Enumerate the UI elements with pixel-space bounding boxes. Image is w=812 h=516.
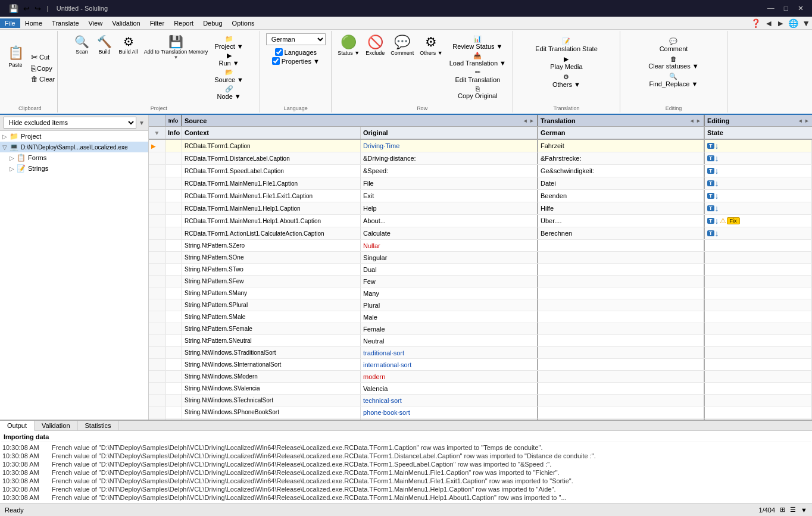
table-row[interactable]: RCData.TForm1.DistanceLabel.Caption &Dri… — [149, 152, 812, 165]
add-trans-memory-button[interactable]: 💾 Add to Translation Memory ▼ — [142, 33, 211, 81]
menu-options[interactable]: Options — [227, 18, 260, 28]
col-hdr-state[interactable]: State — [705, 127, 812, 139]
cell-info — [165, 383, 182, 394]
comment-button[interactable]: 💬 Comment — [388, 33, 416, 81]
others-row-button[interactable]: ⚙ Others ▼ — [417, 33, 445, 81]
copy-original-button[interactable]: ⎘ Copy Original — [448, 85, 508, 100]
table-row[interactable]: String.NtPattern.SZero Nullar — [149, 240, 812, 252]
tree-item-localized-exe[interactable]: ▽ 💻 D:\NT\Deploy\Sampl...ase\Localized.e… — [0, 142, 148, 152]
table-row[interactable]: RCData.TForm1.MainMenu1.File1.Caption Fi… — [149, 177, 812, 190]
col-hdr-context[interactable]: Context — [182, 127, 361, 139]
cell-german — [538, 383, 705, 394]
cut-button[interactable]: ✂ Cut — [30, 52, 56, 62]
table-row[interactable]: String.NtPattern.SMale Male — [149, 311, 812, 323]
table-row[interactable]: String.NtPattern.SFew Few — [149, 276, 812, 287]
tab-output[interactable]: Output — [0, 421, 35, 431]
table-row[interactable]: String.NtWindows.SValencia Valencia — [149, 383, 812, 395]
cell-state: T↓ — [705, 227, 812, 239]
others-trans-button[interactable]: ⚙ Others ▼ — [533, 73, 599, 89]
table-row[interactable]: String.NtWindows.STraditionalSort tradit… — [149, 347, 812, 359]
load-translation-button[interactable]: 📥 Load Translation ▼ — [448, 51, 508, 67]
table-row[interactable]: String.NtPattern.SNeutral Neutral — [149, 335, 812, 347]
edit-translation-button[interactable]: ✏ Edit Translation — [448, 68, 508, 84]
table-row[interactable]: RCData.TForm1.SpeedLabel.Caption &Speed:… — [149, 165, 812, 177]
table-row[interactable]: String.NtWindows.SInternationalSort inte… — [149, 359, 812, 371]
language-selector[interactable]: German French Spanish — [266, 33, 326, 45]
tab-statistics[interactable]: Statistics — [78, 421, 119, 430]
fwd-btn[interactable]: ► — [774, 18, 786, 29]
cell-original: phone·book·sort — [361, 406, 538, 418]
table-row[interactable]: RCData.TForm1.MainMenu1.File1.Exit1.Capt… — [149, 190, 812, 202]
find-replace-button[interactable]: 🔍 Find_Replace ▼ — [647, 72, 700, 88]
table-row[interactable]: String.NtPattern.SPlural Plural — [149, 299, 812, 311]
qa-redo-btn[interactable]: ↪ — [33, 4, 43, 14]
menu-report[interactable]: Report — [169, 18, 198, 28]
table-row[interactable]: ▶ RCData.TForm1.Caption Driving·Time Fah… — [149, 140, 812, 152]
editing-group-label: Editing — [620, 105, 727, 111]
copy-button[interactable]: ⎘ Copy — [30, 63, 56, 74]
build-button[interactable]: 🔨 Build — [94, 33, 115, 81]
tree-item-strings[interactable]: ▷ 📝 Strings — [0, 163, 148, 174]
scan-button[interactable]: 🔍 Scan — [71, 33, 93, 81]
node-button[interactable]: 🔗 Node ▼ — [213, 85, 245, 101]
ribbon-settings-btn[interactable]: ▼ — [800, 18, 812, 29]
status-button[interactable]: 🟢 Status ▼ — [335, 33, 362, 81]
edit-trans-state-button[interactable]: 📝 Edit Translation State — [533, 37, 599, 53]
table-row[interactable]: String.NtWindows.STechnicalSort technica… — [149, 395, 812, 406]
clear-button[interactable]: 🗑 Clear — [30, 74, 56, 84]
cell-german: &Fahrstrecke: — [538, 152, 705, 164]
menu-validation[interactable]: Validation — [107, 18, 145, 28]
tree-item-forms[interactable]: ▷ 📋 Forms — [0, 152, 148, 163]
run-button[interactable]: ▶ Run ▼ — [213, 51, 245, 67]
table-row[interactable]: RCData.TForm1.MainMenu1.Help1.Caption He… — [149, 202, 812, 215]
fix-button[interactable]: Fix — [727, 217, 740, 224]
status-icon: 🟢 — [341, 35, 357, 50]
qa-save-btn[interactable]: 💾 — [7, 4, 20, 14]
menu-debug[interactable]: Debug — [198, 18, 227, 28]
table-row[interactable]: String.NtPattern.STwo Dual — [149, 264, 812, 276]
cell-context: String.NtPattern.STwo — [182, 264, 361, 275]
col-hdr-info[interactable]: Info — [165, 127, 182, 139]
table-row[interactable]: RCData.TForm1.ActionList1.CalculateActio… — [149, 227, 812, 240]
source-ribbon-button[interactable]: 📂 Source ▼ — [213, 68, 245, 84]
project-button[interactable]: 📁 Project ▼ — [213, 35, 245, 51]
menu-view[interactable]: View — [84, 18, 108, 28]
languages-check[interactable]: Languages — [274, 48, 318, 57]
cell-german — [538, 347, 705, 358]
table-row[interactable]: String.NtWindows.SPhoneBookSort phone·bo… — [149, 406, 812, 418]
menu-home[interactable]: Home — [20, 18, 47, 28]
close-btn[interactable]: ✕ — [794, 3, 807, 14]
menu-file[interactable]: File — [0, 18, 20, 28]
exclude-button[interactable]: 🚫 Exclude — [363, 33, 387, 81]
qa-undo-btn[interactable]: ↩ — [21, 4, 32, 14]
table-row[interactable]: String.NtPattern.SFemale Female — [149, 323, 812, 335]
paste-button[interactable]: 📋 Paste — [4, 44, 27, 92]
section-headers: Info Source ◄ ► Translation ◄ ► Editing … — [149, 115, 812, 127]
row-marker — [149, 227, 165, 239]
clear-statuses-button[interactable]: 🗑 Clear statuses ▼ — [647, 55, 700, 70]
tab-validation[interactable]: Validation — [35, 421, 78, 430]
col-hdr-german[interactable]: German — [538, 127, 705, 139]
build-all-button[interactable]: ⚙ Build All — [117, 33, 140, 81]
menu-translate[interactable]: Translate — [47, 18, 83, 28]
cell-info — [165, 227, 182, 239]
globe-btn[interactable]: 🌐 — [786, 18, 800, 29]
maximize-btn[interactable]: □ — [780, 3, 792, 14]
properties-check[interactable]: Properties ▼ — [271, 57, 321, 65]
minimize-btn[interactable]: — — [764, 3, 778, 14]
sidebar-filter-select[interactable]: Hide excluded items Show all — [4, 117, 136, 129]
output-panel: Output Validation Statistics Importing d… — [0, 420, 812, 503]
comment-editing-button[interactable]: 💬 Comment — [647, 37, 700, 53]
tree-item-project[interactable]: ▷ 📁 Project — [0, 131, 148, 142]
table-row[interactable]: String.NtPattern.SMany Many — [149, 287, 812, 299]
menu-filter[interactable]: Filter — [145, 18, 169, 28]
play-media-button[interactable]: ▶ Play Media — [533, 55, 599, 71]
back-btn[interactable]: ◄ — [763, 18, 774, 29]
cell-original: Many — [361, 287, 538, 299]
review-status-button[interactable]: 📊 Review Status ▼ — [448, 35, 508, 51]
table-row[interactable]: String.NtPattern.SOne Singular — [149, 252, 812, 264]
col-hdr-original[interactable]: Original — [361, 127, 538, 139]
help-btn[interactable]: ❓ — [749, 18, 763, 29]
table-row[interactable]: RCData.TForm1.MainMenu1.Help1.About1.Cap… — [149, 215, 812, 227]
table-row[interactable]: String.NtWindows.SModern modern — [149, 371, 812, 383]
